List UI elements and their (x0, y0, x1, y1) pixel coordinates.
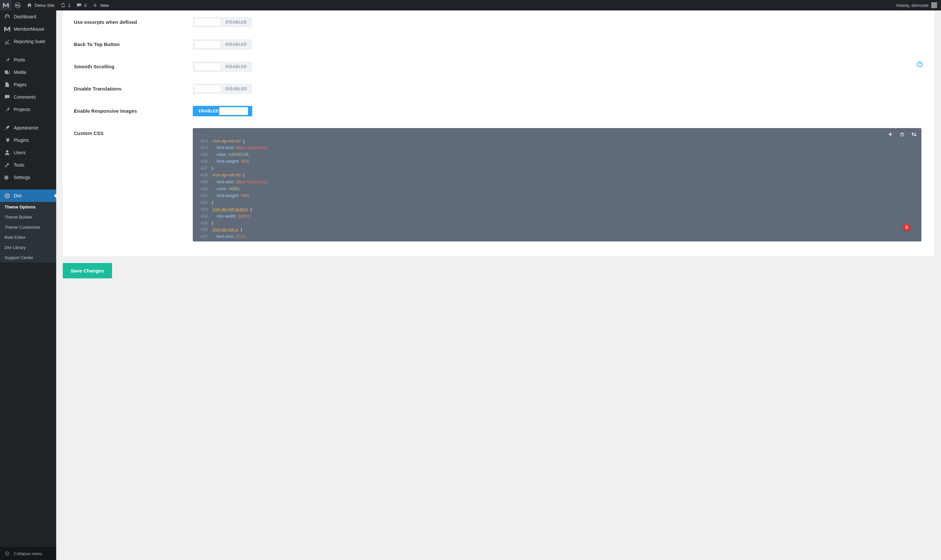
line-number: 433 (193, 206, 212, 213)
code-power-button[interactable] (899, 131, 905, 137)
adminbar-new[interactable]: New (89, 0, 111, 11)
adminbar-comments-count: 0 (84, 3, 86, 8)
plus-icon (92, 2, 98, 9)
line-number: 426 (193, 158, 212, 165)
toggle-state-label: DISABLED (226, 65, 247, 69)
sidebar-item-plugins[interactable]: Plugins (0, 134, 56, 146)
line-number: 424 (193, 145, 212, 151)
option-row-custom-css: Custom CSS --- ,423.mm-dp-mh-h2 {424 fon… (63, 122, 935, 247)
sidebar-item-reporting-suite[interactable]: Reporting Suite (0, 35, 56, 48)
line-number: 430 (193, 186, 212, 192)
sidebar-item-projects[interactable]: Projects (0, 103, 56, 115)
sidebar-subitem-support-center[interactable]: Support Center (0, 252, 56, 263)
admin-sidebar: DashboardMemberMouseReporting SuitePosts… (0, 11, 56, 560)
sidebar-item-posts[interactable]: Posts (0, 54, 56, 66)
option-label: Custom CSS (74, 128, 193, 136)
line-number: 429 (193, 179, 212, 186)
save-changes-button[interactable]: Save Changes (63, 263, 112, 278)
code-line[interactable]: 429 font-size: 28px !important; (193, 179, 921, 186)
comment-icon (76, 2, 82, 9)
wordpress-icon (14, 2, 21, 9)
sidebar-item-dashboard[interactable]: Dashboard (0, 11, 56, 23)
adminbar-mm-logo[interactable] (0, 0, 12, 11)
mm-icon (4, 26, 11, 32)
toggle-state-label: DISABLED (226, 20, 247, 25)
code-line[interactable]: 425 color: #2E6DCB; (193, 151, 921, 158)
code-line[interactable]: 427} (193, 165, 921, 172)
sidebar-subitem-theme-customizer[interactable]: Theme Customizer (0, 222, 56, 232)
custom-css-editor[interactable]: --- ,423.mm-dp-mh-h2 {424 font-size: 32p… (193, 128, 921, 242)
toggle-knob (194, 18, 221, 26)
sidebar-item-settings[interactable]: Settings (0, 171, 56, 184)
sidebar-item-label: Dashboard (14, 14, 36, 19)
pin-icon (4, 57, 11, 63)
svg-point-1 (6, 150, 8, 152)
sidebar-item-users[interactable]: Users (0, 146, 56, 159)
code-line[interactable]: 431 font-weight: 700; (193, 192, 921, 199)
sidebar-item-membermouse[interactable]: MemberMouse (0, 23, 56, 35)
admin-menu: DashboardMemberMouseReporting SuitePosts… (0, 11, 56, 547)
options-panel: Use excerpts when definedDISABLEDBack To… (63, 11, 935, 257)
adminbar-account[interactable]: Howdy, demosite (896, 2, 941, 8)
sidebar-item-divi[interactable]: Divi (0, 189, 56, 202)
code-line[interactable]: 432} (193, 199, 921, 206)
sidebar-item-pages[interactable]: Pages (0, 78, 56, 91)
sidebar-subitem-divi-library[interactable]: Divi Library (0, 242, 56, 252)
code-line[interactable]: 433.mm-dp-mh-button { (193, 206, 921, 213)
help-icon[interactable]: ? (917, 62, 923, 67)
adminbar-comments[interactable]: 0 (73, 0, 89, 11)
option-label: Disable Translations (74, 84, 193, 91)
collapse-menu-button[interactable]: Collapse menu (0, 547, 56, 560)
code-line[interactable]: 423.mm-dp-mh-h2 { (193, 138, 921, 145)
sidebar-item-label: Appearance (14, 125, 38, 130)
content-area: Use excerpts when definedDISABLEDBack To… (56, 11, 941, 560)
code-line[interactable]: 426 font-weight: 300; (193, 158, 921, 165)
code-expand-button[interactable] (887, 131, 893, 137)
pin-icon (4, 106, 11, 113)
code-editor-toolbar (887, 131, 917, 137)
code-line[interactable]: 434 min-width: 100%; (193, 213, 921, 220)
toggle-state-label: DISABLED (226, 86, 247, 91)
sidebar-item-comments[interactable]: Comments (0, 91, 56, 103)
toggle-switch[interactable]: DISABLED (193, 39, 252, 50)
page-icon (4, 82, 11, 88)
admin-toolbar: Demo Site 1 0 New Howdy, demosite (0, 0, 941, 11)
code-line[interactable]: 435} (193, 220, 921, 227)
toggle-switch[interactable]: ENABLED (193, 106, 252, 116)
sidebar-item-label: Reporting Suite (14, 39, 45, 44)
line-number: 437 (193, 233, 212, 240)
toggle-knob (194, 63, 221, 71)
code-line[interactable]: 430 color: #000; (193, 186, 921, 192)
sidebar-item-label: Comments (14, 94, 36, 100)
sidebar-item-tools[interactable]: Tools (0, 159, 56, 171)
line-number: 428 (193, 172, 212, 179)
code-line[interactable]: 424 font-size: 32px !important; (193, 145, 921, 151)
adminbar-wp-logo[interactable] (12, 0, 23, 11)
code-line[interactable]: 436.mm-dp-mh-p { (193, 226, 921, 233)
sidebar-subitem-theme-builder[interactable]: Theme Builder (0, 212, 56, 222)
adminbar-updates[interactable]: 1 (57, 0, 73, 11)
comment-icon (4, 94, 11, 100)
sidebar-item-label: Projects (14, 107, 31, 112)
line-number: 435 (193, 220, 212, 227)
option-label: Enable Responsive Images (74, 106, 193, 114)
sidebar-item-label: Divi (14, 193, 21, 198)
chart-icon (4, 38, 11, 45)
toggle-state-label: DISABLED (226, 42, 247, 47)
code-line[interactable]: 437 font-size: 17px; (193, 233, 921, 240)
toggle-switch[interactable]: DISABLED (193, 17, 252, 28)
code-line[interactable]: 428.mm-dp-mh-h3 { (193, 172, 921, 179)
adminbar-site-link[interactable]: Demo Site (23, 0, 57, 11)
sidebar-subitem-theme-options[interactable]: Theme Options (0, 202, 56, 212)
sidebar-item-appearance[interactable]: Appearance (0, 122, 56, 134)
brush-icon (4, 125, 11, 131)
sidebar-subitem-role-editor[interactable]: Role Editor (0, 232, 56, 242)
code-sort-button[interactable] (911, 131, 917, 137)
sidebar-item-label: Plugins (14, 138, 29, 143)
sidebar-item-media[interactable]: Media (0, 66, 56, 78)
line-number: 434 (193, 213, 212, 220)
toggle-switch[interactable]: DISABLED (193, 84, 252, 94)
toggle-switch[interactable]: DISABLED (193, 62, 252, 72)
adminbar-updates-count: 1 (68, 3, 71, 8)
update-icon (60, 2, 66, 9)
